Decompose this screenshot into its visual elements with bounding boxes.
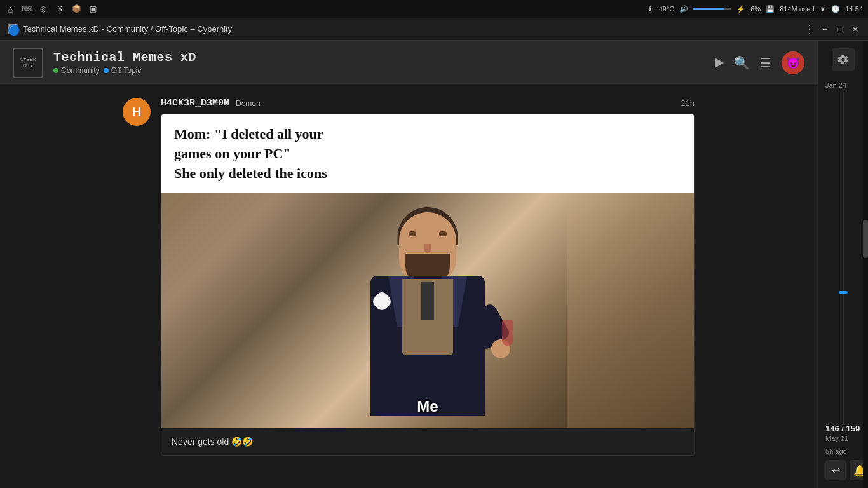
- window-menu-button[interactable]: ⋮: [804, 24, 815, 34]
- forum-area: CYBERNITY Technical Memes xD Community O…: [0, 41, 817, 488]
- maximize-button[interactable]: □: [835, 24, 845, 34]
- system-bar: △ ⌨ ◎ $ 📦 ▣ 🌡 49°C 🔊 ⚡ 6% 💾 814M used ▼ …: [0, 0, 868, 18]
- battery-percent: 6%: [750, 5, 761, 13]
- post-area[interactable]: H H4CK3R_D3M0N Demon 21h Mom: "I deleted…: [0, 85, 817, 488]
- timeline-date-start: Jan 24: [823, 81, 846, 89]
- search-icon[interactable]: 🔍: [734, 55, 750, 71]
- app-icon: ▣: [88, 4, 98, 14]
- reply-button[interactable]: ↩: [825, 460, 846, 480]
- title-bar: 🔵 Technical Memes xD - Community / Off-T…: [0, 18, 868, 41]
- post-counter: 146 / 159: [825, 424, 860, 433]
- ram-icon: 💾: [766, 5, 775, 13]
- meme-line2: games on your PC": [174, 144, 681, 164]
- meme-line3: She only deleted the icons: [174, 164, 681, 184]
- user-avatar[interactable]: 😈: [782, 51, 804, 74]
- timeline-active-date: May 21: [825, 435, 848, 442]
- close-button[interactable]: ✕: [850, 24, 860, 34]
- breadcrumb-community[interactable]: Community: [53, 66, 100, 75]
- post-meta: H4CK3R_D3M0N Demon 21h: [161, 98, 695, 109]
- action-buttons: ↩ 🔔: [825, 460, 868, 480]
- system-bar-right: 🌡 49°C 🔊 ⚡ 6% 💾 814M used ▼ 🕐 14:54: [647, 5, 863, 13]
- minimize-button[interactable]: −: [820, 24, 830, 34]
- figure-tie: [421, 282, 434, 320]
- user-emoji: 😈: [786, 56, 800, 70]
- monitor-icon: ◎: [38, 4, 48, 14]
- forum-header: CYBERNITY Technical Memes xD Community O…: [0, 41, 817, 85]
- main-container: CYBERNITY Technical Memes xD Community O…: [0, 41, 868, 488]
- volume-icon: 🔊: [679, 5, 688, 13]
- figure: [339, 212, 517, 428]
- ram-used: 814M used: [780, 5, 814, 13]
- breadcrumb-offtopic[interactable]: Off-Topic: [104, 66, 142, 75]
- timeline-bottom-section: 146 / 159 May 21 5h ago ↩ 🔔: [823, 424, 863, 480]
- scrollbar-track[interactable]: [863, 41, 868, 488]
- power-icon: ⚡: [736, 5, 745, 13]
- meme-image-bg: Me: [161, 193, 694, 428]
- forum-header-right: 🔍 ☰ 😈: [715, 51, 804, 74]
- window-controls[interactable]: ⋮ − □ ✕: [804, 24, 860, 34]
- community-label: Community: [61, 66, 100, 75]
- meme-text: Mom: "I deleted all your games on your P…: [161, 114, 694, 193]
- avatar-letter: H: [132, 105, 141, 119]
- play-button[interactable]: [715, 58, 724, 68]
- post-body: Mom: "I deleted all your games on your P…: [161, 114, 695, 456]
- timeline-wrapper: Jan 24 146 / 159 May 21 5h ago ↩ 🔔: [823, 81, 863, 480]
- forum-title-area: Technical Memes xD Community Off-Topic: [53, 50, 196, 75]
- meme-person-label: Me: [417, 398, 438, 416]
- menu-icon[interactable]: ☰: [760, 55, 771, 71]
- window-favicon: 🔵: [8, 24, 18, 34]
- breadcrumb: Community Off-Topic: [53, 66, 196, 75]
- meme-image: Me: [161, 193, 694, 428]
- clock-icon: 🕐: [831, 5, 840, 13]
- offtopic-label: Off-Topic: [111, 66, 142, 75]
- settings-icon: [837, 54, 849, 65]
- timeline-position-indicator: [839, 291, 848, 294]
- arch-icon: △: [5, 4, 15, 14]
- post-caption: Never gets old 🤣🤣: [172, 437, 253, 447]
- package-icon: 📦: [71, 4, 81, 14]
- terminal-icon: ⌨: [22, 4, 32, 14]
- offtopic-dot: [104, 68, 109, 73]
- forum-logo: CYBERNITY: [13, 48, 43, 78]
- forum-title: Technical Memes xD: [53, 50, 196, 65]
- post-content: H4CK3R_D3M0N Demon 21h Mom: "I deleted a…: [161, 98, 695, 456]
- figure-container: [161, 193, 694, 428]
- meme-line1: Mom: "I deleted all your: [174, 125, 681, 144]
- post-time: 21h: [681, 98, 695, 108]
- settings-button[interactable]: [832, 48, 855, 71]
- sidebar-right: Jan 24 146 / 159 May 21 5h ago ↩ 🔔: [817, 41, 868, 488]
- post-footer: Never gets old 🤣🤣: [161, 428, 694, 455]
- clock-time: 14:54: [845, 5, 863, 13]
- temperature-value: 49°C: [659, 5, 675, 13]
- post-role: Demon: [236, 99, 261, 108]
- post-avatar: H: [123, 98, 151, 126]
- time-ago: 5h ago: [825, 447, 847, 455]
- window-title: Technical Memes xD - Community / Off-Top…: [23, 24, 804, 34]
- timeline-track: [843, 92, 844, 424]
- temp-icon: 🌡: [647, 5, 654, 13]
- network-icon: ▼: [820, 5, 827, 13]
- post-item: H H4CK3R_D3M0N Demon 21h Mom: "I deleted…: [123, 98, 695, 456]
- post-username[interactable]: H4CK3R_D3M0N: [161, 98, 229, 109]
- system-bar-left: △ ⌨ ◎ $ 📦 ▣: [5, 4, 98, 14]
- scrollbar-thumb[interactable]: [863, 220, 868, 258]
- post-container: H H4CK3R_D3M0N Demon 21h Mom: "I deleted…: [123, 98, 695, 456]
- shell-icon: $: [55, 4, 65, 14]
- volume-slider[interactable]: [693, 8, 731, 10]
- wine-glass: [502, 320, 513, 346]
- community-dot: [53, 68, 58, 73]
- volume-fill: [693, 8, 724, 10]
